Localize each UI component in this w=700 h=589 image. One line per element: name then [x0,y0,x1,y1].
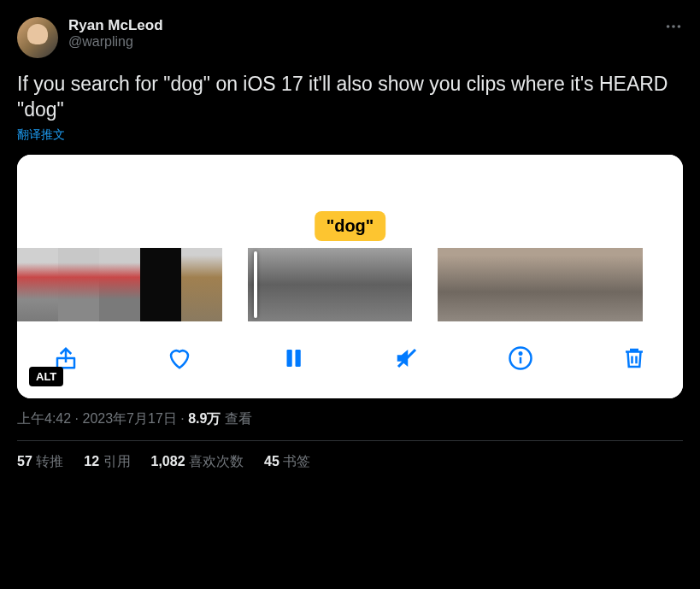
delete-button[interactable] [620,344,649,373]
clip-group[interactable] [438,248,643,321]
svg-point-1 [672,25,675,28]
pause-button[interactable] [279,344,308,373]
tweet-stats: 57 转推 12 引用 1,082 喜欢次数 45 书签 [17,453,683,471]
clip-group[interactable] [17,248,222,321]
search-tag: "dog" [315,211,386,241]
quotes-stat[interactable]: 12 引用 [84,453,130,471]
divider [17,440,683,441]
clip-thumb[interactable] [330,248,371,321]
clip-thumb[interactable] [289,248,330,321]
tweet-container: Ryan McLeod @warpling If you search for … [0,0,700,488]
bookmarks-stat[interactable]: 45 书签 [264,453,310,471]
video-timeline[interactable] [17,244,683,321]
views-label[interactable]: 查看 [225,411,252,426]
like-button[interactable] [165,344,194,373]
tweet-date[interactable]: 2023年7月17日 [82,411,176,426]
tweet-header: Ryan McLeod @warpling [17,17,683,58]
user-info: Ryan McLeod @warpling [68,17,654,50]
clip-thumb[interactable] [479,248,520,321]
svg-point-0 [667,25,670,28]
svg-rect-4 [287,350,292,367]
clip-thumb[interactable] [140,248,181,321]
playhead-scrubber[interactable] [254,251,257,318]
mute-button[interactable] [392,344,421,373]
tweet-text: If you search for "dog" on iOS 17 it'll … [17,72,683,123]
media-card: "dog" [17,155,683,398]
svg-point-2 [678,25,681,28]
clip-thumb[interactable] [17,248,58,321]
avatar[interactable] [17,17,58,58]
info-button[interactable] [506,344,535,373]
views-count: 8.9万 [188,411,221,426]
clip-thumb[interactable] [181,248,222,321]
media-controls [17,321,683,398]
retweets-stat[interactable]: 57 转推 [17,453,63,471]
svg-point-9 [520,352,522,355]
clip-thumb[interactable] [99,248,140,321]
display-name[interactable]: Ryan McLeod [68,17,654,34]
clip-thumb[interactable] [438,248,479,321]
clip-thumb[interactable] [561,248,602,321]
clip-thumb[interactable] [602,248,643,321]
svg-rect-5 [296,350,301,367]
user-handle[interactable]: @warpling [68,34,654,50]
alt-badge[interactable]: ALT [29,367,63,386]
media-preview-top: "dog" [17,155,683,244]
clip-thumb[interactable] [371,248,412,321]
clip-thumb[interactable] [520,248,561,321]
more-icon[interactable] [664,17,683,38]
clip-thumb[interactable] [58,248,99,321]
clip-group[interactable] [248,248,412,321]
tweet-time[interactable]: 上午4:42 [17,411,71,426]
tweet-meta: 上午4:42 · 2023年7月17日 · 8.9万 查看 [17,410,683,428]
translate-link[interactable]: 翻译推文 [17,127,65,143]
likes-stat[interactable]: 1,082 喜欢次数 [151,453,244,471]
